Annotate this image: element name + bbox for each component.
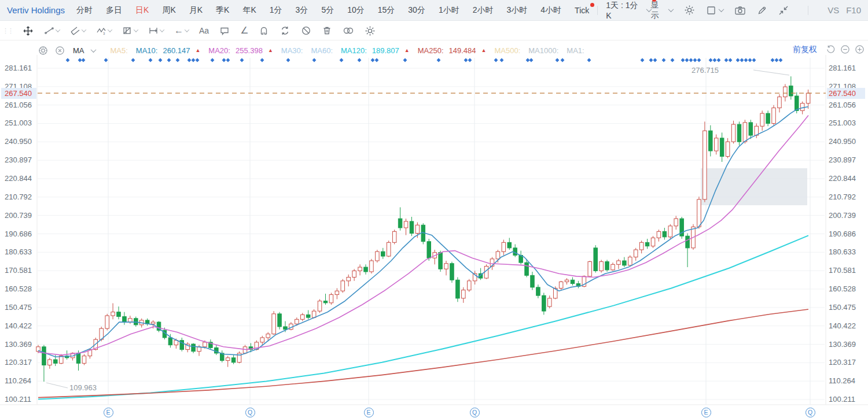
chart-panel: 276.715109.963 MA MA5:MA10:260.147▲MA20:… (0, 40, 868, 418)
indicator-group-label[interactable]: MA (73, 46, 84, 55)
period-tab-多日[interactable]: 多日 (106, 5, 122, 16)
ma-item-ma250[interactable]: MA250:149.484▲ (418, 46, 487, 55)
chevron-down-icon (108, 27, 112, 32)
ma-label: MA1000: (528, 46, 558, 55)
event-marker-q[interactable]: Q (806, 408, 815, 417)
ma-item-ma30[interactable]: MA30: (281, 46, 303, 55)
event-marker-q[interactable]: Q (245, 408, 255, 417)
period-tab-30分[interactable]: 30分 (408, 5, 425, 16)
symbol-name[interactable]: Vertiv Holdings (7, 5, 65, 15)
event-marker-q[interactable]: Q (470, 408, 480, 417)
event-marker-e[interactable]: E (701, 408, 711, 417)
up-arrow-icon: ▲ (195, 47, 200, 53)
toolbar-drag-handle[interactable]: ⋮⋮ (2, 28, 13, 34)
axis-label-left: 240.950 (5, 137, 32, 146)
screenshot-icon (734, 5, 746, 16)
tool-hide-drawings[interactable] (296, 21, 317, 40)
axis-label-left: 180.633 (5, 247, 32, 256)
collapse-button[interactable] (778, 5, 789, 16)
layout-selector-button[interactable] (706, 5, 723, 16)
reset-zoom-icon[interactable] (826, 45, 836, 54)
period-tab-Tick[interactable]: Tick (575, 6, 589, 15)
annotate-button[interactable] (757, 5, 767, 16)
candlestick-chart[interactable]: 276.715109.963 (0, 40, 868, 418)
ma-values: MA5:MA10:260.147▲MA20:255.398▲MA30:MA60:… (102, 46, 584, 55)
ma-item-ma1000[interactable]: MA1000: (528, 46, 558, 55)
period-tab-月K[interactable]: 月K (189, 5, 203, 16)
period-tab-3分[interactable]: 3分 (296, 5, 308, 16)
axis-label-right: 261.056 (829, 101, 856, 109)
tool-delete-drawings[interactable] (317, 21, 337, 40)
tool-arrow[interactable]: ← (169, 21, 194, 40)
chart-settings-button[interactable] (684, 5, 695, 16)
axis-label-right: 180.633 (829, 247, 856, 256)
period-tab-周K[interactable]: 周K (162, 5, 175, 16)
top-toolbar-icons (684, 5, 789, 16)
period-tab-1分[interactable]: 1分 (270, 5, 282, 16)
tool-sync-drawings[interactable] (274, 21, 296, 40)
layout-selector-icon (706, 5, 716, 16)
tool-comment[interactable] (214, 21, 235, 40)
drawing-tools: 3←Aa∠ (17, 21, 381, 40)
tool-compare[interactable] (337, 21, 359, 40)
period-tab-2小时[interactable]: 2小时 (473, 5, 494, 16)
event-dots (66, 58, 783, 62)
period-tab-分时[interactable]: 分时 (76, 5, 93, 16)
top-toolbar: Vertiv Holdings 分时多日日K周K月K季K年K1分3分5分10分1… (0, 0, 868, 21)
indicator-close-icon[interactable] (55, 46, 65, 56)
axis-label-left: 190.686 (5, 230, 32, 238)
ma-item-ma5[interactable]: MA5: (111, 46, 128, 55)
period-tab-4小时[interactable]: 4小时 (540, 5, 561, 16)
tool-angle[interactable]: ∠ (235, 21, 253, 40)
tool-elliott-wave[interactable]: 3 (91, 21, 117, 40)
period-tab-1小时[interactable]: 1小时 (439, 5, 459, 16)
axis-label-right: 220.844 (829, 174, 856, 183)
axis-label-right: 240.950 (829, 137, 856, 146)
event-marker-e[interactable]: E (364, 408, 374, 417)
ma-value: 260.147 (163, 46, 190, 55)
tool-pattern[interactable] (117, 21, 143, 40)
zoom-out-icon[interactable] (840, 45, 850, 54)
tool-trend-line[interactable] (39, 21, 65, 40)
event-marker-e[interactable]: E (104, 408, 113, 417)
tool-drawing-settings[interactable] (359, 21, 381, 40)
ma-item-ma120[interactable]: MA120:189.807▲ (341, 46, 410, 55)
tool-measure[interactable] (143, 21, 169, 40)
axis-label-left: 140.422 (5, 321, 32, 330)
forward-adjusted-button[interactable]: 前复权 (793, 45, 817, 55)
indicator-settings-icon[interactable] (38, 46, 48, 56)
period-tab-15分[interactable]: 15分 (378, 5, 395, 16)
axis-label-right: 110.264 (829, 376, 855, 385)
f10-button[interactable]: F10 (846, 5, 861, 15)
period-tab-年K[interactable]: 年K (242, 5, 256, 16)
period-tabs: 分时多日日K周K月K季K年K1分3分5分10分15分30分1小时2小时3小时4小… (76, 5, 589, 16)
axis-label-left: 261.056 (5, 101, 32, 109)
zoom-in-icon[interactable] (855, 45, 865, 54)
ma-label: MA10: (136, 46, 158, 55)
tool-channel[interactable] (65, 21, 91, 40)
ma-item-ma60[interactable]: MA60: (311, 46, 333, 55)
axis-label-left: 220.844 (5, 174, 32, 183)
display-dropdown[interactable]: 显示 (651, 0, 674, 21)
ma-item-ma10[interactable]: MA10:260.147▲ (136, 46, 201, 55)
zoom-controls (826, 45, 865, 54)
period-tab-季K[interactable]: 季K (216, 5, 229, 16)
ma-item-ma20[interactable]: MA20:255.398▲ (208, 46, 273, 55)
screenshot-button[interactable] (734, 5, 746, 16)
tool-text[interactable]: Aa (194, 21, 214, 40)
axis-label-left: 110.264 (5, 376, 31, 385)
custom-period-dropdown[interactable]: 1天 : 1分K (606, 1, 650, 20)
ma-item-ma500[interactable]: MA500: (494, 46, 520, 55)
axis-label-left: 251.003 (5, 119, 32, 127)
period-tab-10分[interactable]: 10分 (347, 5, 365, 16)
period-tab-日K[interactable]: 日K (135, 5, 149, 16)
axis-label-left: 281.161 (5, 64, 32, 72)
tool-magnet[interactable] (253, 21, 274, 40)
vs-button[interactable]: VS (827, 5, 839, 15)
ma-item-ma1[interactable]: MA1: (567, 46, 584, 55)
period-tab-3小时[interactable]: 3小时 (507, 5, 528, 16)
drawing-toolbar: ⋮⋮ 3←Aa∠ (0, 21, 868, 40)
axis-label-right: 160.528 (829, 284, 856, 293)
tool-cursor-move[interactable] (17, 21, 39, 40)
period-tab-5分[interactable]: 5分 (321, 5, 334, 16)
